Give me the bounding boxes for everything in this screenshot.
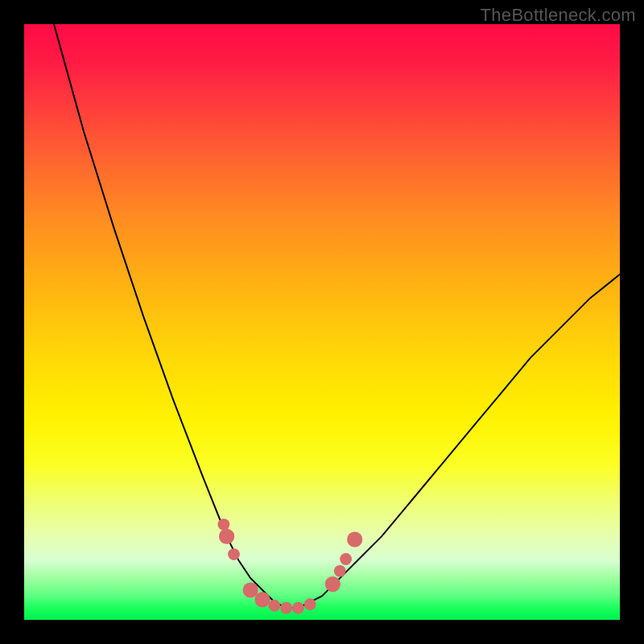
marker-point — [280, 602, 292, 614]
marker-point — [254, 592, 270, 607]
chart-frame: TheBottleneck.com — [0, 0, 644, 644]
marker-point — [340, 553, 352, 565]
marker-point — [228, 548, 240, 560]
marker-point — [347, 531, 362, 547]
chart-svg — [24, 24, 620, 620]
marker-point — [219, 529, 234, 544]
marker-point — [268, 600, 280, 612]
marker-point — [218, 518, 230, 530]
curve-lines — [54, 24, 620, 608]
marker-point — [334, 565, 346, 577]
marker-point — [292, 602, 304, 614]
marker-point — [325, 576, 341, 592]
data-markers — [218, 518, 363, 613]
plot-area — [24, 24, 620, 620]
watermark-text: TheBottleneck.com — [481, 5, 636, 26]
curve-left-curve — [54, 24, 298, 608]
marker-point — [304, 598, 316, 610]
